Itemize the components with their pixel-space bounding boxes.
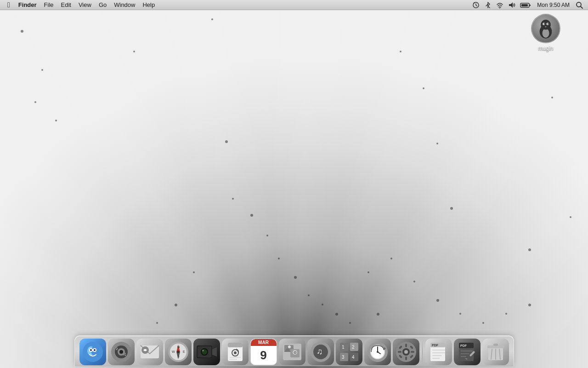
desktop-dot xyxy=(322,304,323,305)
desktop-dot xyxy=(528,248,531,251)
desktop-dot xyxy=(266,235,268,236)
svg-marker-2 xyxy=(509,2,513,8)
svg-point-22 xyxy=(94,349,96,351)
svg-text:♪: ♪ xyxy=(116,346,118,351)
desktop-dot xyxy=(250,214,253,217)
desktop-dot xyxy=(335,313,338,316)
svg-point-14 xyxy=(548,23,549,25)
svg-point-10 xyxy=(541,20,551,30)
trash-icon xyxy=(482,339,509,365)
svg-line-7 xyxy=(581,6,582,8)
preview-icon: PDF xyxy=(425,339,452,365)
spaces-icon: 1 2 3 4 xyxy=(336,339,362,365)
svg-rect-83 xyxy=(411,351,414,353)
dock-item-ical[interactable]: MAR 9 xyxy=(250,339,277,365)
menubar:  Finder File Edit View Go Window Help xyxy=(0,0,588,10)
svg-text:W: W xyxy=(172,350,175,353)
svg-point-9 xyxy=(543,29,549,38)
desktop-dot xyxy=(450,207,453,210)
desktop-dot xyxy=(55,120,57,121)
calendar-day: 9 xyxy=(251,346,277,365)
spotlight-icon[interactable] xyxy=(574,1,584,9)
itunes-icon: ♫ xyxy=(307,339,334,365)
desktop-dot xyxy=(211,18,213,20)
desktop-dot xyxy=(390,258,392,259)
apple-menu[interactable]:  xyxy=(3,0,15,10)
svg-rect-105 xyxy=(493,344,498,346)
dock-item-finder[interactable] xyxy=(79,339,106,365)
desktop-dot xyxy=(459,313,461,315)
desktop-dot xyxy=(156,322,158,324)
time-machine-status-icon[interactable] xyxy=(471,1,481,9)
volume-status-icon[interactable] xyxy=(507,1,517,9)
svg-point-1 xyxy=(499,7,500,8)
battery-status-icon[interactable] xyxy=(519,1,532,9)
desktop-dot xyxy=(482,322,484,324)
svg-text:N: N xyxy=(177,345,180,349)
dock-item-itunes[interactable]: ♫ xyxy=(307,339,334,365)
dock-separator xyxy=(422,340,423,364)
svg-point-35 xyxy=(177,351,180,353)
svg-point-45 xyxy=(202,350,204,351)
menu-go[interactable]: Go xyxy=(95,0,110,10)
dock-item-mail[interactable] xyxy=(136,339,163,365)
desktop-dot xyxy=(41,69,43,71)
ical-icon: MAR 9 xyxy=(250,339,277,365)
svg-point-13 xyxy=(543,23,545,25)
menu-file[interactable]: File xyxy=(40,0,57,10)
desktop-dot xyxy=(528,304,531,306)
finder-icon xyxy=(79,339,106,365)
dock-container: ♪ ♫ xyxy=(0,335,588,368)
dock-item-compass[interactable]: N S W E xyxy=(165,339,192,365)
dock-item-spaces[interactable]: 1 2 3 4 xyxy=(336,339,362,365)
desktop-dot xyxy=(34,101,36,103)
menu-finder[interactable]: Finder xyxy=(15,0,40,10)
user-avatar xyxy=(531,14,560,43)
dock-item-pdfpen[interactable]: PDF xyxy=(454,339,481,365)
dock-item-itunes-dj[interactable]: ♪ ♫ xyxy=(108,339,135,365)
svg-text:♫: ♫ xyxy=(123,351,127,356)
desktop-dot xyxy=(349,322,351,324)
menubar-left:  Finder File Edit View Go Window Help xyxy=(0,0,471,10)
dock-item-facetime[interactable] xyxy=(193,339,220,365)
svg-text:2: 2 xyxy=(352,345,355,350)
dock-item-iphoto[interactable]: ✿ xyxy=(279,339,305,365)
dock-item-time-machine[interactable] xyxy=(364,339,391,365)
pdfpen-icon: PDF xyxy=(454,339,481,365)
desktop-dot xyxy=(294,276,297,279)
desktop-dot xyxy=(413,281,415,282)
itunes-dj-icon: ♪ ♫ xyxy=(108,339,135,365)
dock-item-trash[interactable] xyxy=(482,339,509,365)
svg-point-75 xyxy=(377,351,379,353)
time-machine-icon xyxy=(364,339,391,365)
svg-text:E: E xyxy=(183,350,185,353)
desktop xyxy=(0,0,588,368)
dock-item-system-prefs[interactable] xyxy=(393,339,419,365)
svg-rect-82 xyxy=(398,351,401,353)
desktop-dot xyxy=(436,143,438,144)
bluetooth-status-icon[interactable] xyxy=(483,1,493,9)
svg-text:♫: ♫ xyxy=(317,347,323,356)
desktop-dot xyxy=(308,294,310,296)
menu-view[interactable]: View xyxy=(75,0,95,10)
facetime-icon xyxy=(193,339,220,365)
svg-point-79 xyxy=(404,350,408,354)
desktop-dot xyxy=(551,97,553,98)
desktop-dot xyxy=(175,304,177,306)
menu-help[interactable]: Help xyxy=(139,0,158,10)
address-book-icon xyxy=(222,339,249,365)
svg-text:S: S xyxy=(177,355,180,358)
dock-item-address-book[interactable] xyxy=(222,339,249,365)
clock-display[interactable]: Mon 9:50 AM xyxy=(534,2,572,8)
svg-point-49 xyxy=(234,351,237,354)
menu-edit[interactable]: Edit xyxy=(57,0,75,10)
svg-rect-81 xyxy=(405,356,407,360)
wifi-status-icon[interactable] xyxy=(495,1,505,9)
compass-icon: N S W E xyxy=(165,339,192,365)
user-label: mugin xyxy=(538,45,554,52)
user-icon[interactable]: mugin xyxy=(531,14,560,52)
mail-icon xyxy=(136,339,163,365)
menu-window[interactable]: Window xyxy=(110,0,139,10)
dock-item-preview[interactable]: PDF xyxy=(425,339,452,365)
desktop-dot xyxy=(232,198,234,200)
